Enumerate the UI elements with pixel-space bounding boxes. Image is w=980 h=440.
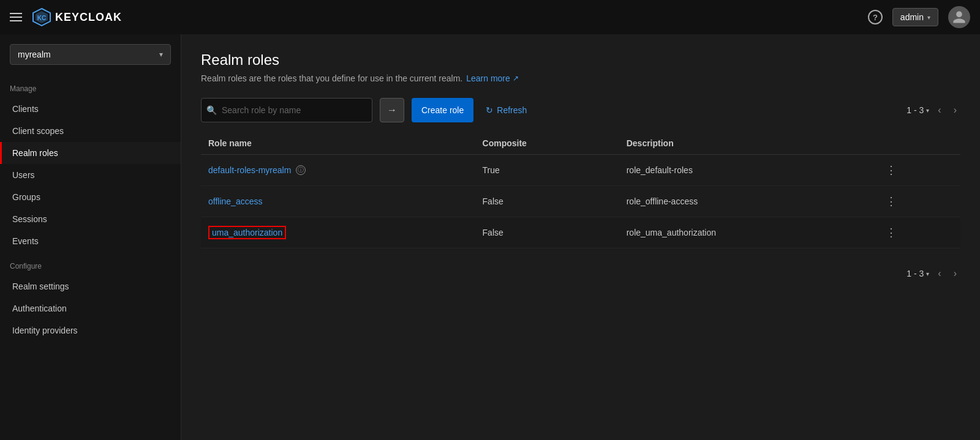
refresh-label: Refresh [497, 105, 527, 115]
actions-cell: ⋮ [873, 155, 960, 186]
app-body: myrealm ▾ Manage Clients Client scopes R… [0, 34, 980, 440]
col-description: Description [619, 132, 874, 155]
sidebar-item-events-label: Events [12, 236, 39, 246]
role-name-cell[interactable]: offline_access [201, 186, 475, 217]
admin-label: admin [900, 12, 924, 22]
row-actions-button[interactable]: ⋮ [881, 225, 902, 241]
sidebar-item-users-label: Users [12, 170, 35, 180]
keycloak-logo-icon: KC [32, 7, 51, 27]
search-icon: 🔍 [206, 105, 217, 115]
avatar-icon [952, 10, 967, 24]
pagination-label-top: 1 - 3 [907, 105, 924, 115]
create-role-label: Create role [421, 105, 464, 115]
role-name-cell[interactable]: default-roles-myrealm ⓘ [201, 155, 475, 186]
prev-page-button-top[interactable]: ‹ [934, 102, 944, 118]
sidebar-item-clients-label: Clients [12, 104, 39, 114]
sidebar-item-groups[interactable]: Groups [0, 186, 181, 208]
pagination-count-bottom: 1 - 3 ▾ [907, 269, 929, 278]
refresh-button[interactable]: ↻ Refresh [481, 98, 532, 122]
col-actions [873, 132, 960, 155]
composite-cell: False [475, 217, 619, 248]
sidebar-item-identity-providers-label: Identity providers [12, 326, 78, 335]
role-name-link[interactable]: default-roles-myrealm [208, 165, 291, 175]
search-input[interactable] [222, 105, 367, 115]
user-avatar[interactable] [948, 6, 970, 28]
next-page-button-bottom[interactable]: › [950, 266, 960, 282]
composite-cell: True [475, 155, 619, 186]
realm-name: myrealm [18, 50, 51, 59]
sidebar-item-authentication-label: Authentication [12, 304, 67, 313]
refresh-icon: ↻ [486, 105, 493, 115]
sidebar-item-client-scopes-label: Client scopes [12, 126, 64, 136]
page-desc-text: Realm roles are the roles that you defin… [201, 73, 462, 83]
sidebar-item-authentication[interactable]: Authentication [0, 297, 181, 319]
svg-text:KC: KC [37, 15, 46, 21]
sidebar-item-clients[interactable]: Clients [0, 98, 181, 120]
sidebar: myrealm ▾ Manage Clients Client scopes R… [0, 34, 181, 440]
sidebar-item-realm-roles[interactable]: Realm roles [0, 142, 181, 164]
logo-text: KEYCLOAK [55, 11, 122, 24]
page-title: Realm roles [201, 51, 960, 69]
table-row: uma_authorization False role_uma_authori… [201, 217, 960, 248]
hamburger-menu[interactable] [10, 13, 22, 21]
manage-section-label: Manage [0, 75, 181, 98]
help-icon[interactable]: ? [868, 10, 883, 24]
pagination-top: 1 - 3 ▾ ‹ › [907, 102, 960, 118]
row-actions-button[interactable]: ⋮ [881, 162, 902, 178]
sidebar-item-events[interactable]: Events [0, 230, 181, 252]
toolbar: 🔍 → Create role ↻ Refresh 1 - 3 ▾ ‹ › [201, 98, 960, 122]
main-content: Realm roles Realm roles are the roles th… [181, 34, 980, 440]
sidebar-item-users[interactable]: Users [0, 164, 181, 186]
learn-more-label: Learn more [466, 73, 510, 83]
next-page-button-top[interactable]: › [950, 102, 960, 118]
actions-cell: ⋮ [873, 217, 960, 248]
col-role-name: Role name [201, 132, 475, 155]
nav-left: KC KEYCLOAK [10, 7, 122, 27]
sidebar-item-groups-label: Groups [12, 192, 40, 202]
roles-table: Role name Composite Description default-… [201, 132, 960, 248]
admin-chevron-icon: ▾ [927, 14, 930, 21]
pagination-count-top: 1 - 3 ▾ [907, 105, 929, 115]
realm-chevron-icon: ▾ [159, 50, 163, 59]
search-box: 🔍 [201, 98, 372, 122]
composite-cell: False [475, 186, 619, 217]
table-header-row: Role name Composite Description [201, 132, 960, 155]
actions-cell: ⋮ [873, 186, 960, 217]
sidebar-item-sessions[interactable]: Sessions [0, 208, 181, 230]
info-icon[interactable]: ⓘ [296, 165, 306, 175]
create-role-button[interactable]: Create role [412, 98, 473, 122]
sidebar-item-realm-settings-label: Realm settings [12, 282, 69, 291]
pagination-bottom: 1 - 3 ▾ ‹ › [201, 258, 960, 289]
learn-more-link[interactable]: Learn more ↗ [466, 73, 519, 83]
sidebar-item-client-scopes[interactable]: Client scopes [0, 120, 181, 142]
prev-page-button-bottom[interactable]: ‹ [934, 266, 944, 282]
sidebar-item-realm-roles-label: Realm roles [12, 148, 58, 158]
role-name-boxed: default-roles-myrealm ⓘ [208, 165, 306, 175]
pagination-chevron-icon-bottom[interactable]: ▾ [926, 270, 929, 277]
sidebar-item-realm-settings[interactable]: Realm settings [0, 275, 181, 297]
nav-right: ? admin ▾ [868, 6, 970, 28]
role-name-highlighted-link[interactable]: uma_authorization [208, 226, 286, 239]
description-cell: role_default-roles [619, 155, 874, 186]
row-actions-button[interactable]: ⋮ [881, 193, 902, 209]
realm-selector[interactable]: myrealm ▾ [10, 44, 171, 65]
description-cell: role_uma_authorization [619, 217, 874, 248]
search-go-button[interactable]: → [380, 98, 404, 122]
page-description: Realm roles are the roles that you defin… [201, 73, 960, 83]
table-row: offline_access False role_offline-access… [201, 186, 960, 217]
pagination-chevron-icon-top[interactable]: ▾ [926, 107, 929, 114]
logo: KC KEYCLOAK [32, 7, 122, 27]
description-cell: role_offline-access [619, 186, 874, 217]
external-link-icon: ↗ [513, 74, 519, 83]
role-name-cell[interactable]: uma_authorization [201, 217, 475, 248]
sidebar-item-identity-providers[interactable]: Identity providers [0, 319, 181, 341]
table-row: default-roles-myrealm ⓘ True role_defaul… [201, 155, 960, 186]
col-composite: Composite [475, 132, 619, 155]
sidebar-item-sessions-label: Sessions [12, 214, 47, 224]
top-navbar: KC KEYCLOAK ? admin ▾ [0, 0, 980, 34]
configure-section-label: Configure [0, 252, 181, 275]
admin-menu-button[interactable]: admin ▾ [892, 8, 938, 26]
pagination-label-bottom: 1 - 3 [907, 269, 924, 278]
